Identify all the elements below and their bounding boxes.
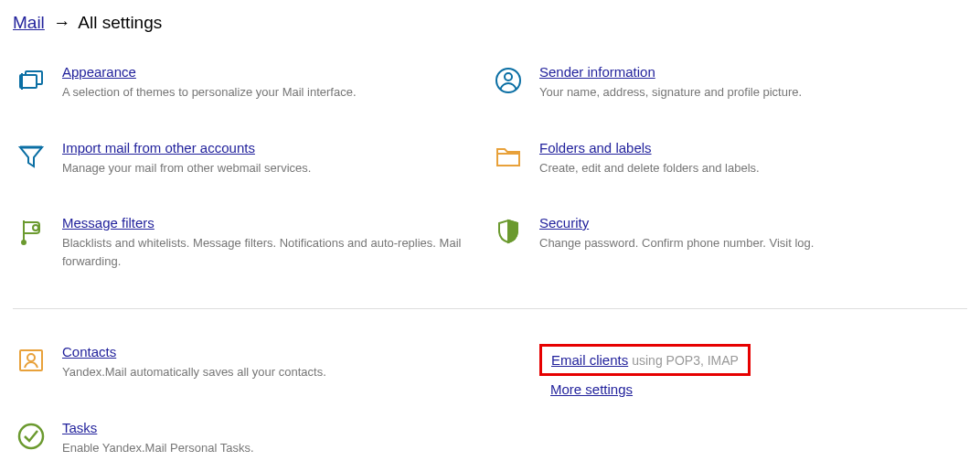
- email-clients-highlight: Email clientsusing POP3, IMAP: [539, 344, 751, 376]
- check-circle-icon: [13, 420, 49, 451]
- filters-desc: Blacklists and whitelists. Message filte…: [62, 234, 472, 270]
- appearance-link[interactable]: Appearance: [62, 64, 136, 80]
- setting-folders-labels: Folders and labels Create, edit and dele…: [490, 140, 949, 177]
- sender-info-desc: Your name, address, signature and profil…: [539, 83, 949, 102]
- breadcrumb: Mail → All settings: [13, 0, 967, 40]
- setting-appearance: Appearance A selection of themes to pers…: [13, 64, 472, 102]
- person-circle-icon: [490, 64, 527, 95]
- import-link[interactable]: Import mail from other accounts: [62, 140, 255, 155]
- more-settings-link[interactable]: More settings: [550, 381, 949, 397]
- appearance-desc: A selection of themes to personalize you…: [62, 83, 472, 102]
- setting-import: Import mail from other accounts Manage y…: [13, 140, 472, 177]
- sender-info-link[interactable]: Sender information: [539, 64, 655, 80]
- svg-point-11: [27, 354, 35, 361]
- funnel-icon: [13, 140, 49, 171]
- breadcrumb-arrow: →: [53, 13, 70, 32]
- appearance-icon: [13, 64, 49, 95]
- import-desc: Manage your mail from other webmail serv…: [62, 159, 472, 177]
- svg-point-5: [22, 241, 26, 244]
- svg-point-8: [505, 73, 512, 80]
- email-clients-link[interactable]: Email clients: [551, 352, 628, 368]
- breadcrumb-mail-link[interactable]: Mail: [13, 13, 45, 32]
- security-link[interactable]: Security: [539, 215, 589, 230]
- security-desc: Change password. Confirm phone number. V…: [539, 234, 949, 252]
- contact-card-icon: [13, 344, 49, 375]
- email-clients-suffix: using POP3, IMAP: [632, 353, 739, 368]
- setting-sender-info: Sender information Your name, address, s…: [490, 64, 949, 102]
- setting-tasks: Tasks Enable Yandex.Mail Personal Tasks.: [13, 420, 472, 457]
- tasks-desc: Enable Yandex.Mail Personal Tasks.: [62, 439, 472, 457]
- setting-contacts: Contacts Yandex.Mail automatically saves…: [13, 344, 472, 381]
- svg-point-6: [33, 225, 38, 230]
- setting-security: Security Change password. Confirm phone …: [490, 215, 949, 252]
- breadcrumb-current: All settings: [78, 13, 162, 32]
- setting-filters: Message filters Blacklists and whitelist…: [13, 215, 472, 270]
- folders-labels-desc: Create, edit and delete folders and labe…: [539, 159, 949, 177]
- filters-link[interactable]: Message filters: [62, 215, 154, 230]
- section-divider: [13, 308, 967, 309]
- folders-labels-link[interactable]: Folders and labels: [539, 140, 652, 155]
- svg-point-12: [19, 424, 43, 448]
- flag-icon: [13, 215, 49, 246]
- tasks-link[interactable]: Tasks: [62, 420, 97, 435]
- contacts-desc: Yandex.Mail automatically saves all your…: [62, 363, 472, 381]
- contacts-link[interactable]: Contacts: [62, 344, 116, 359]
- shield-icon: [490, 215, 527, 246]
- folder-icon: [490, 140, 527, 171]
